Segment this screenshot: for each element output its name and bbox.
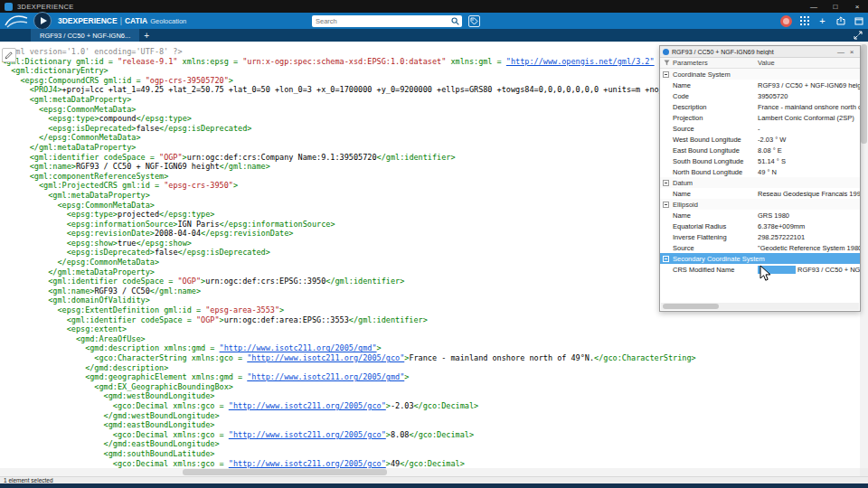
tag-button[interactable]: [468, 15, 480, 27]
header-actions: +: [780, 13, 864, 29]
column-value-label: Value: [758, 59, 860, 67]
panel-row[interactable]: East Bound Longitude8.08 ° E: [660, 145, 860, 155]
param-value[interactable]: RGF93 / CC50 + NGF-IGN69 height: [758, 81, 860, 89]
panel-header[interactable]: RGF93 / CC50 + NGF-IGN69 height — ×: [660, 46, 860, 58]
xml-line: <gco:Decimal xmlns:gco = "http://www.iso…: [2, 459, 860, 468]
brand: 3DEXPERIENCE | CATIA Geolocation: [58, 13, 186, 29]
collapse-icon[interactable]: [663, 256, 669, 262]
panel-group[interactable]: Datum: [660, 177, 860, 188]
window-button[interactable]: [853, 15, 864, 27]
param-value[interactable]: Reseau Geodesique Francais 1993: [758, 190, 860, 198]
panel-row[interactable]: Source-: [660, 123, 860, 134]
panel-group[interactable]: Ellipsoid: [660, 199, 860, 210]
param-name: North Bound Longitude: [660, 168, 758, 176]
group-label: Datum: [673, 179, 693, 187]
param-value[interactable]: France - mainland onshore north of 49°N.: [758, 103, 860, 111]
param-name: Source: [660, 244, 758, 252]
panel-row[interactable]: DescriptionFrance - mainland onshore nor…: [660, 101, 860, 112]
param-value[interactable]: 51.14 ° S: [758, 157, 860, 165]
collapse-icon[interactable]: [663, 71, 669, 78]
share-icon: [836, 16, 845, 25]
horizontal-scrollbar-thumb[interactable]: [183, 469, 387, 475]
panel-horizontal-scrollbar[interactable]: [661, 303, 859, 310]
panel-row[interactable]: Source"Geodetic Reference System 1980" b…: [660, 242, 860, 253]
panel-row[interactable]: Equatorial Radius6.378e+009mm: [660, 221, 860, 231]
param-value[interactable]: RGF93 / CC50 + NGF-IGN69 height: [758, 266, 860, 274]
panel-row[interactable]: West Bound Longitude-2.03 ° W: [660, 134, 860, 145]
user-avatar[interactable]: [780, 15, 792, 27]
panel-row[interactable]: NameRGF93 / CC50 + NGF-IGN69 height: [660, 80, 860, 90]
search-icon[interactable]: [451, 17, 459, 25]
status-bar: 1 element selected: [0, 476, 868, 483]
param-name: East Bound Longitude: [660, 146, 758, 155]
search-box: [312, 15, 462, 27]
tabbar: RGF93 / CC50 + NGF-IGN6... +: [0, 29, 868, 42]
param-value[interactable]: Lambert Conic Conformal (2SP): [758, 114, 860, 122]
panel-close-button[interactable]: ×: [846, 48, 857, 56]
brand-divider: |: [120, 16, 122, 25]
window-icon: [854, 16, 863, 25]
panel-row[interactable]: Inverse Flattening298.257222101: [660, 231, 860, 242]
tab-active[interactable]: RGF93 / CC50 + NGF-IGN6...: [31, 29, 139, 42]
param-value[interactable]: -2.03 ° W: [758, 136, 860, 144]
param-value[interactable]: "Geodetic Reference System 1980" by H. M…: [758, 244, 860, 252]
param-name: CRS Modified Name: [660, 266, 758, 274]
xml-line: </gmd:description>: [2, 363, 860, 373]
param-value[interactable]: 49 ° N: [758, 168, 860, 176]
param-value[interactable]: 6.378e+009mm: [758, 222, 860, 230]
pencil-icon: [5, 51, 14, 60]
collapse-icon[interactable]: [663, 202, 669, 208]
param-name: Projection: [660, 114, 758, 122]
param-name: Source: [660, 125, 758, 133]
vertical-scrollbar[interactable]: [860, 42, 868, 468]
crs-icon: [663, 49, 669, 55]
xml-line: <gmd:geographicElement xmlns:gmd = "http…: [2, 372, 860, 382]
xml-line: <gco:Decimal xmlns:gco = "http://www.iso…: [2, 430, 860, 440]
search-input[interactable]: [312, 17, 451, 25]
param-name: Code: [660, 92, 758, 100]
panel-group[interactable]: Secondary Coordinate System: [660, 253, 860, 264]
edit-button[interactable]: [2, 48, 16, 62]
maximize-button[interactable]: □: [825, 0, 846, 13]
app-name: CATIA: [125, 16, 147, 25]
panel-row[interactable]: ProjectionLambert Conic Conformal (2SP): [660, 112, 860, 123]
xml-line: <gmd:EX_GeographicBoundingBox>: [2, 382, 860, 392]
param-name: South Bound Longitude: [660, 157, 758, 165]
tag-icon: [470, 17, 478, 25]
panel-scrollbar-thumb[interactable]: [663, 304, 719, 309]
xml-line: <gmd:southBoundLatitude>: [2, 449, 860, 459]
expand-icon: [854, 31, 863, 40]
panel-row[interactable]: Code39505720: [660, 90, 860, 101]
horizontal-scrollbar[interactable]: [0, 468, 860, 476]
brand-name: 3DEXPERIENCE: [58, 16, 118, 25]
new-tab-button[interactable]: +: [139, 31, 154, 41]
xml-line: <gco:CharacterString xmlns:gco = "http:/…: [2, 353, 860, 363]
apps-grid-button[interactable]: [798, 15, 810, 27]
taskbar-strip: [0, 483, 868, 488]
share-button[interactable]: [835, 15, 846, 27]
minimize-button[interactable]: —: [803, 0, 825, 13]
panel-row[interactable]: NameReseau Geodesique Francais 1993: [660, 188, 860, 199]
panel-row[interactable]: North Bound Longitude49 ° N: [660, 166, 860, 177]
param-value[interactable]: 298.257222101: [758, 233, 860, 241]
param-value[interactable]: 8.08 ° E: [758, 146, 860, 155]
panel-row[interactable]: NameGRS 1980: [660, 210, 860, 221]
param-value[interactable]: 39505720: [758, 92, 860, 100]
app-logo-icon: [5, 3, 13, 11]
compass-menu-button[interactable]: [33, 12, 52, 30]
panel-column-headers: Parameters Value: [660, 58, 860, 69]
param-value[interactable]: GRS 1980: [758, 211, 860, 220]
collapse-icon[interactable]: [663, 180, 669, 186]
add-button[interactable]: +: [816, 15, 828, 27]
param-value[interactable]: -: [758, 125, 860, 133]
window-title: 3DEXPERIENCE: [17, 3, 74, 11]
window-controls: — □ ×: [803, 0, 868, 13]
expand-view-button[interactable]: [854, 31, 863, 40]
vertical-scrollbar-thumb[interactable]: [861, 44, 867, 144]
panel-row[interactable]: South Bound Longitude51.14 ° S: [660, 155, 860, 166]
panel-group[interactable]: Coordinate System: [660, 69, 860, 80]
group-label: Coordinate System: [673, 70, 731, 79]
close-button[interactable]: ×: [846, 0, 868, 13]
panel-minimize-button[interactable]: —: [835, 48, 846, 56]
column-parameters: Parameters: [660, 59, 758, 67]
